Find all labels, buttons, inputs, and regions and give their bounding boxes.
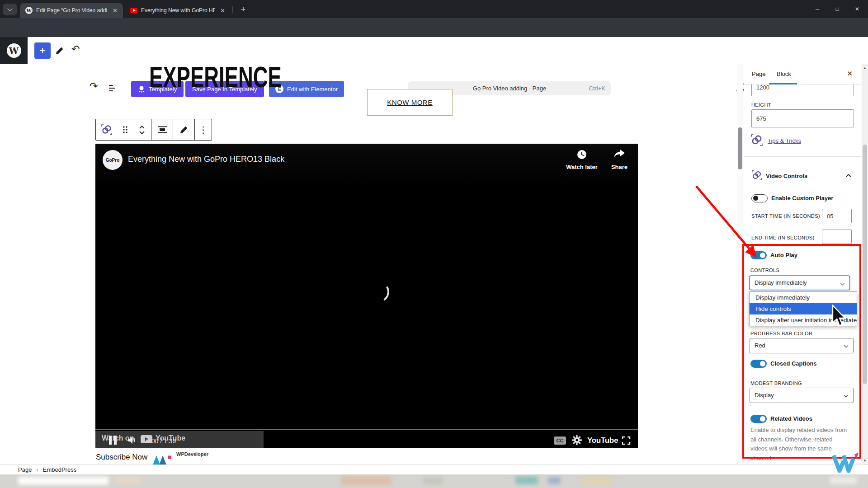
channel-avatar[interactable]: GoPro [103, 150, 123, 170]
window-close-button[interactable]: ✕ [847, 0, 867, 18]
close-icon[interactable]: ✕ [218, 7, 227, 14]
start-time-input[interactable] [822, 209, 852, 223]
mouse-cursor [832, 305, 847, 327]
embedpress-icon [751, 170, 762, 181]
tab-page[interactable]: Page [752, 70, 765, 77]
panel-collapse-chevron-icon[interactable] [845, 174, 852, 178]
new-tab-button[interactable]: + [237, 4, 250, 15]
document-title: Go Pro Video adding · Page [473, 85, 546, 92]
controls-select[interactable]: Display immediately [750, 276, 850, 290]
list-view-icon[interactable] [108, 84, 118, 92]
breadcrumb-item[interactable]: Page [18, 466, 32, 473]
tab-title: Everything New with GoPro HE [141, 7, 215, 14]
youtube-icon [130, 8, 137, 13]
wordpress-logo[interactable]: W [0, 37, 28, 64]
share-icon[interactable] [613, 149, 625, 159]
height-input[interactable] [751, 109, 854, 127]
browser-url-bar: ← → ↻ ⚠ Not secure embedpress-tuitorial.… [0, 18, 868, 37]
settings-gear-icon[interactable] [572, 435, 582, 445]
controls-label: CONTROLS [750, 267, 779, 273]
tools-pencil-icon[interactable] [55, 46, 64, 55]
block-options-icon[interactable]: ⋮ [194, 119, 212, 140]
progress-bar-color-value: Red [755, 342, 765, 349]
enable-custom-player-toggle[interactable] [751, 194, 768, 202]
edit-url-button[interactable] [173, 119, 194, 140]
video-title[interactable]: Everything New with GoPro HERO13 Black [128, 155, 284, 164]
height-label: HEIGHT [751, 102, 771, 108]
closed-captions-label: Closed Captions [770, 360, 817, 367]
editor-scrollbar[interactable] [737, 64, 743, 465]
breadcrumb-item[interactable]: EmbedPress [43, 466, 76, 473]
chevron-up-icon [139, 125, 145, 129]
volume-icon[interactable] [127, 436, 138, 445]
video-top-gradient [95, 144, 638, 189]
share-label[interactable]: Share [597, 164, 638, 170]
progress-bar-color-select[interactable]: Red [750, 338, 854, 353]
chevron-down-icon [7, 6, 12, 11]
align-button[interactable] [151, 119, 173, 140]
fullscreen-icon[interactable] [622, 436, 631, 445]
editor-scrollbar-thumb[interactable] [738, 127, 742, 169]
watch-later-clock-icon[interactable] [576, 149, 587, 160]
scroll-up-arrow[interactable]: ▲ [863, 66, 867, 70]
wp-editor-toolbar: W + ↶ ↷ Templately Save Page In Template… [0, 37, 868, 64]
undo-icon[interactable]: ↶ [71, 43, 80, 55]
add-block-button[interactable]: + [34, 42, 51, 59]
scroll-down-arrow[interactable]: ▼ [863, 459, 867, 463]
know-more-button[interactable]: KNOW MORE [367, 89, 453, 116]
move-block-buttons[interactable] [133, 119, 151, 140]
window-scrollbar-thumb[interactable] [863, 145, 867, 384]
chevron-down-icon [139, 131, 145, 135]
related-videos-toggle[interactable] [750, 415, 767, 423]
youtube-wordmark[interactable]: YouTube [587, 436, 618, 445]
window-scrollbar[interactable]: ▲ ▼ [862, 64, 868, 465]
panel-title[interactable]: Video Controls [766, 173, 807, 179]
chevron-down-icon [844, 393, 849, 398]
embedpress-block-icon[interactable] [96, 119, 118, 140]
auto-play-toggle[interactable] [750, 251, 767, 259]
know-more-label: KNOW MORE [387, 99, 432, 106]
watch-on-youtube-watermark[interactable]: Watch on YouTube [95, 431, 264, 448]
bottom-blurred-strip [0, 474, 868, 488]
chevron-down-icon [840, 281, 845, 286]
pencil-icon [179, 125, 189, 134]
pause-icon[interactable] [114, 436, 117, 445]
drag-handle[interactable] [118, 119, 133, 140]
youtube-video-embed[interactable]: GoPro Everything New with GoPro HERO13 B… [95, 144, 638, 448]
pause-icon[interactable] [109, 436, 112, 445]
related-videos-label: Related Videos [770, 415, 812, 422]
tab-search-button[interactable] [3, 4, 17, 15]
window-maximize-button[interactable]: □ [827, 0, 847, 18]
browser-tab-inactive[interactable]: Everything New with GoPro HE ✕ [125, 3, 231, 18]
video-time: 0:00 / 1:39 [146, 437, 176, 445]
shortcut-hint: Ctrl+K [589, 85, 605, 92]
align-icon [157, 125, 167, 134]
progress-bar-color-label: PROGRESS BAR COLOR [750, 331, 812, 336]
tips-tricks-link[interactable]: Tips & Tricks [768, 137, 801, 144]
closed-captions-toggle[interactable] [750, 360, 767, 368]
wordpress-icon: W [25, 7, 33, 14]
window-minimize-button[interactable]: ─ [807, 0, 827, 18]
divider [744, 156, 861, 157]
start-time-label: START TIME (IN SECONDS) [751, 213, 820, 219]
redo-icon[interactable]: ↷ [90, 80, 98, 92]
close-icon[interactable]: ✕ [111, 7, 119, 14]
page-heading: EXPERIENCE [149, 61, 282, 94]
close-sidebar-icon[interactable]: ✕ [847, 70, 853, 78]
end-time-label: END TIME (IN SECONDS) [751, 235, 815, 240]
edit-with-elementor-label: Edit with Elementor [287, 86, 338, 93]
subscribe-heading: Subscribe Now [96, 453, 147, 462]
modest-branding-select[interactable]: Display [750, 388, 854, 403]
sidebar-header: Page Block ✕ [744, 64, 861, 84]
video-progress-bar[interactable] [95, 429, 638, 430]
dropdown-option[interactable]: Display immediately [750, 292, 857, 303]
wpdeveloper-label: WPDeveloper [176, 451, 208, 457]
closed-captions-button[interactable]: CC [554, 436, 566, 445]
tab-block[interactable]: Block [777, 70, 791, 77]
active-tab-underline [769, 83, 797, 84]
end-time-input[interactable] [822, 230, 852, 244]
breadcrumb-chevron-icon: › [36, 466, 38, 473]
browser-tab-active[interactable]: W Edit Page “Go Pro Video adding ✕ [20, 3, 123, 18]
controls-select-value: Display immediately [755, 279, 807, 286]
tab-title: Edit Page “Go Pro Video adding [36, 7, 107, 14]
